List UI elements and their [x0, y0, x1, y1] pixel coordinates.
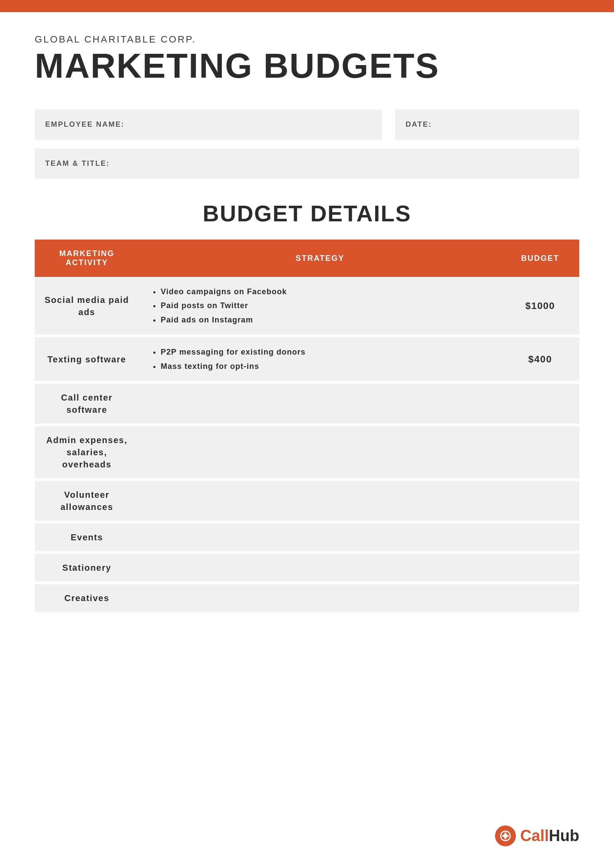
- header-strategy: STRATEGY: [139, 240, 501, 277]
- table-row: Volunteer allowances: [35, 481, 579, 523]
- budget-cell: [501, 554, 579, 584]
- activity-cell: Creatives: [35, 584, 139, 615]
- top-bar: [0, 0, 614, 12]
- table-row: Creatives: [35, 584, 579, 615]
- strategy-cell: [139, 481, 501, 523]
- svg-point-2: [502, 835, 504, 837]
- strategy-cell: [139, 554, 501, 584]
- budget-cell: [501, 426, 579, 481]
- org-name-section: GLOBAL CHARITABLE CORP. MARKETING BUDGET…: [35, 34, 579, 83]
- strategy-cell: [139, 523, 501, 554]
- budget-section: BUDGET DETAILS MARKETING ACTIVITY STRATE…: [35, 201, 579, 615]
- budget-table: MARKETING ACTIVITY STRATEGY BUDGET Socia…: [35, 240, 579, 615]
- strategy-cell: P2P messaging for existing donorsMass te…: [139, 337, 501, 384]
- budget-cell: [501, 384, 579, 426]
- activity-cell: Admin expenses, salaries, overheads: [35, 426, 139, 481]
- callhub-text: CallHub: [520, 827, 579, 845]
- page-title: MARKETING BUDGETS: [35, 49, 579, 83]
- date-field[interactable]: DATE:: [395, 109, 579, 140]
- table-row: Admin expenses, salaries, overheads: [35, 426, 579, 481]
- budget-cell: [501, 481, 579, 523]
- header-budget: BUDGET: [501, 240, 579, 277]
- activity-cell: Stationery: [35, 554, 139, 584]
- strategy-item: Mass texting for opt-ins: [161, 359, 488, 373]
- budget-cell: [501, 523, 579, 554]
- employee-name-label: EMPLOYEE NAME:: [45, 120, 125, 129]
- activity-cell: Texting software: [35, 337, 139, 384]
- table-row: Texting softwareP2P messaging for existi…: [35, 337, 579, 384]
- date-label: DATE:: [406, 120, 432, 129]
- activity-cell: Events: [35, 523, 139, 554]
- activity-cell: Social media paid ads: [35, 277, 139, 337]
- callhub-logo: CallHub: [495, 825, 579, 846]
- strategy-cell: [139, 584, 501, 615]
- strategy-cell: Video campaigns on FacebookPaid posts on…: [139, 277, 501, 337]
- svg-point-5: [505, 838, 506, 839]
- strategy-item: P2P messaging for existing donors: [161, 345, 488, 359]
- budget-cell: $400: [501, 337, 579, 384]
- budget-cell: $1000: [501, 277, 579, 337]
- table-row: Stationery: [35, 554, 579, 584]
- budget-cell: [501, 584, 579, 615]
- activity-cell: Call center software: [35, 384, 139, 426]
- table-row: Call center software: [35, 384, 579, 426]
- employee-name-field[interactable]: EMPLOYEE NAME:: [35, 109, 382, 140]
- org-name: GLOBAL CHARITABLE CORP.: [35, 34, 579, 45]
- strategy-item: Video campaigns on Facebook: [161, 285, 488, 299]
- team-title-field[interactable]: TEAM & TITLE:: [35, 148, 579, 179]
- strategy-item: Paid posts on Twitter: [161, 299, 488, 312]
- svg-point-3: [507, 835, 509, 837]
- strategy-item: Paid ads on Instagram: [161, 313, 488, 327]
- callhub-icon: [495, 825, 516, 846]
- team-title-label: TEAM & TITLE:: [45, 159, 110, 168]
- strategy-cell: [139, 426, 501, 481]
- header-activity: MARKETING ACTIVITY: [35, 240, 139, 277]
- svg-point-4: [505, 832, 506, 834]
- budget-section-title: BUDGET DETAILS: [35, 201, 579, 227]
- strategy-cell: [139, 384, 501, 426]
- activity-cell: Volunteer allowances: [35, 481, 139, 523]
- table-row: Social media paid adsVideo campaigns on …: [35, 277, 579, 337]
- table-row: Events: [35, 523, 579, 554]
- form-section: EMPLOYEE NAME: DATE: TEAM & TITLE:: [35, 109, 579, 179]
- svg-point-1: [503, 834, 508, 838]
